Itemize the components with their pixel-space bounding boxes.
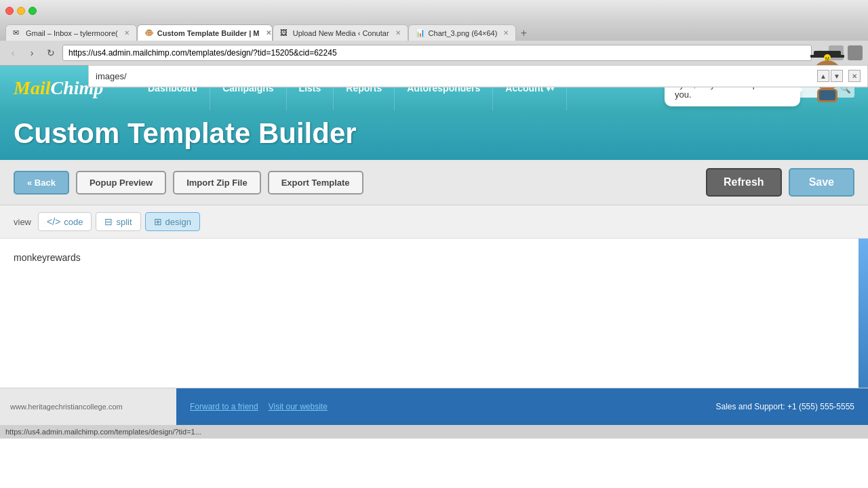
footer-contact: Sales and Support: +1 (555) 555-5555 bbox=[716, 402, 854, 411]
tab-label-template: Custom Template Builder | M bbox=[157, 29, 260, 37]
browser-chrome: ✉ Gmail – Inbox – tylermoore( ✕ 🐵 Custom… bbox=[0, 0, 868, 66]
footer-link-website[interactable]: Visit our website bbox=[269, 402, 328, 411]
tab-label-upload: Upload New Media ‹ Conutar bbox=[293, 29, 389, 37]
browser-tab-template[interactable]: 🐵 Custom Template Builder | M ✕ bbox=[137, 24, 273, 41]
footer-area: www.heritagechristiancollege.com Forward… bbox=[0, 388, 868, 425]
status-url: https://us4.admin.mailchimp.com/template… bbox=[5, 428, 201, 436]
footer-links: Forward to a friend Visit our website bbox=[190, 402, 328, 411]
footer-right: Forward to a friend Visit our website Sa… bbox=[176, 388, 868, 425]
view-tab-code[interactable]: </> code bbox=[38, 212, 92, 231]
canvas-content: monkeyrewards bbox=[0, 239, 868, 388]
address-bar-input[interactable] bbox=[62, 45, 812, 61]
browser-tabs-bar: ✉ Gmail – Inbox – tylermoore( ✕ 🐵 Custom… bbox=[0, 22, 868, 41]
view-tab-design[interactable]: ⊞ design bbox=[145, 212, 200, 231]
reload-nav-button[interactable]: ↻ bbox=[43, 45, 58, 60]
code-icon: </> bbox=[47, 216, 60, 227]
tab-label-chart: Chart_3.png (64×64) bbox=[429, 29, 498, 37]
autocomplete-dropdown: ▲ ▼ ✕ bbox=[88, 65, 868, 87]
popup-preview-button[interactable]: Popup Preview bbox=[76, 171, 166, 195]
toolbar: « Back Popup Preview Import Zip File Exp… bbox=[0, 160, 868, 205]
tab-favicon-upload: 🖼 bbox=[280, 28, 290, 38]
view-tab-design-label: design bbox=[165, 217, 191, 227]
canvas-text: monkeyrewards bbox=[14, 252, 81, 263]
tab-favicon-gmail: ✉ bbox=[13, 28, 22, 38]
view-tab-split-label: split bbox=[116, 217, 132, 227]
footer-domain: www.heritagechristiancollege.com bbox=[10, 403, 123, 411]
tab-close-upload[interactable]: ✕ bbox=[395, 29, 401, 37]
import-zip-button[interactable]: Import Zip File bbox=[173, 171, 261, 195]
autocomplete-input[interactable] bbox=[96, 71, 813, 81]
save-button[interactable]: Save bbox=[789, 168, 854, 197]
autocomplete-close-button[interactable]: ✕ bbox=[848, 70, 861, 82]
refresh-button[interactable]: Refresh bbox=[706, 168, 782, 197]
forward-nav-button[interactable]: › bbox=[24, 45, 39, 60]
view-tab-split[interactable]: ⊟ split bbox=[96, 212, 140, 231]
footer-left: www.heritagechristiancollege.com bbox=[0, 388, 176, 425]
app-container: MailChimp Dashboard Campaigns Lists Repo… bbox=[0, 66, 868, 425]
view-tab-code-label: code bbox=[64, 217, 83, 227]
page-title-area: Custom Template Builder bbox=[0, 110, 868, 160]
svg-text:M: M bbox=[825, 56, 829, 61]
tab-favicon-template: 🐵 bbox=[144, 28, 154, 38]
tab-close-gmail[interactable]: ✕ bbox=[124, 29, 130, 37]
autocomplete-arrows: ▲ ▼ bbox=[817, 70, 843, 82]
back-nav-button[interactable]: ‹ bbox=[5, 45, 20, 60]
browser-titlebar bbox=[0, 0, 868, 22]
tab-close-template[interactable]: ✕ bbox=[266, 29, 271, 37]
svg-rect-19 bbox=[819, 90, 835, 100]
window-maximize-button[interactable] bbox=[28, 7, 37, 15]
browser-tab-gmail[interactable]: ✉ Gmail – Inbox – tylermoore( ✕ bbox=[5, 24, 137, 41]
autocomplete-down-arrow[interactable]: ▼ bbox=[831, 70, 843, 82]
back-button[interactable]: « Back bbox=[14, 171, 69, 195]
page-title: Custom Template Builder bbox=[14, 117, 357, 150]
tab-close-chart[interactable]: ✕ bbox=[503, 29, 509, 37]
status-bar: https://us4.admin.mailchimp.com/template… bbox=[0, 425, 868, 439]
design-canvas: monkeyrewards bbox=[0, 239, 868, 388]
new-tab-button[interactable]: + bbox=[516, 26, 531, 41]
design-icon: ⊞ bbox=[154, 216, 162, 227]
design-canvas-container: monkeyrewards bbox=[0, 239, 868, 388]
window-close-button[interactable] bbox=[5, 7, 14, 15]
autocomplete-input-row: ▲ ▼ ✕ bbox=[89, 66, 867, 87]
window-controls bbox=[5, 7, 37, 15]
tab-label-gmail: Gmail – Inbox – tylermoore( bbox=[26, 29, 118, 37]
window-minimize-button[interactable] bbox=[17, 7, 25, 15]
view-label: view bbox=[14, 217, 31, 227]
browser-tab-chart[interactable]: 📊 Chart_3.png (64×64) ✕ bbox=[408, 24, 517, 41]
tab-favicon-chart: 📊 bbox=[416, 28, 425, 38]
address-bar-row: ‹ › ↻ ☆ bbox=[0, 41, 868, 65]
view-tabs-row: view </> code ⊟ split ⊞ design bbox=[0, 205, 868, 239]
autocomplete-up-arrow[interactable]: ▲ bbox=[817, 70, 829, 82]
logo-mail: Mail bbox=[14, 77, 50, 98]
split-icon: ⊟ bbox=[104, 216, 113, 227]
browser-tab-upload[interactable]: 🖼 Upload New Media ‹ Conutar ✕ bbox=[273, 24, 408, 41]
export-template-button[interactable]: Export Template bbox=[268, 171, 363, 195]
footer-link-forward[interactable]: Forward to a friend bbox=[190, 402, 258, 411]
canvas-scrollbar[interactable] bbox=[859, 239, 868, 388]
